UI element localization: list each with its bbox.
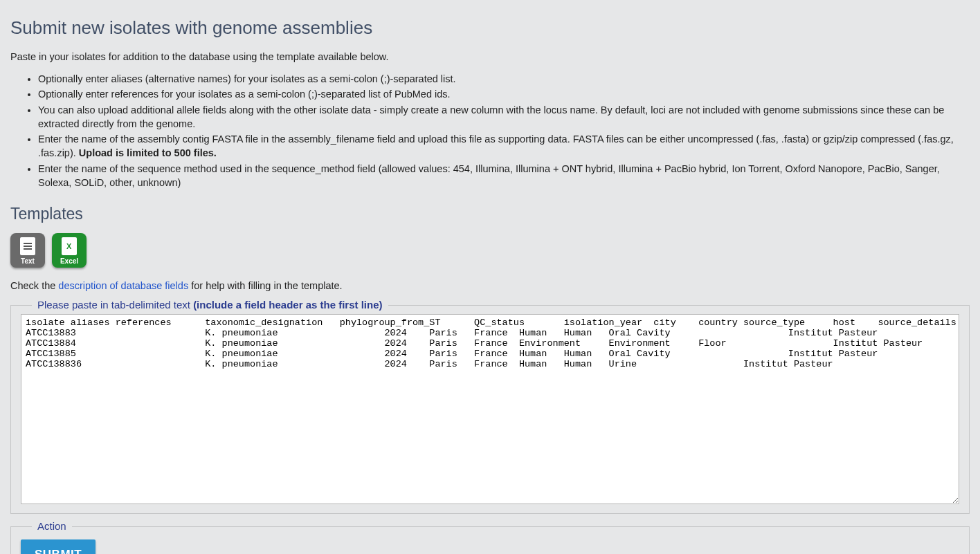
description-fields-link[interactable]: description of database fields — [58, 280, 188, 291]
instruction-item: Enter the name of the sequence method us… — [38, 162, 970, 190]
page-title: Submit new isolates with genome assembli… — [10, 17, 970, 39]
text-template-button[interactable]: Text — [10, 233, 45, 268]
intro-text: Paste in your isolates for addition to t… — [10, 51, 970, 62]
excel-icon-label: Excel — [60, 257, 78, 265]
templates-heading: Templates — [10, 205, 970, 223]
help-line: Check the description of database fields… — [10, 280, 970, 291]
instruction-item: You can also upload additional allele fi… — [38, 103, 970, 131]
submit-button[interactable]: SUBMIT — [21, 539, 96, 554]
help-prefix: Check the — [10, 280, 58, 291]
instructions-list: Optionally enter aliases (alternative na… — [10, 72, 970, 190]
template-icons: Text X Excel — [10, 233, 970, 268]
help-suffix: for help with filling in the template. — [188, 280, 342, 291]
action-fieldset: Action SUBMIT — [10, 526, 970, 554]
paste-legend-prefix: Please paste in tab-delimited text — [37, 299, 193, 311]
paste-textarea[interactable] — [21, 314, 959, 504]
instruction-item: Enter the name of the assembly contig FA… — [38, 132, 970, 160]
excel-template-button[interactable]: X Excel — [52, 233, 87, 268]
paste-legend-bold: (include a field header as the first lin… — [193, 299, 382, 311]
instruction-item: Optionally enter references for your iso… — [38, 87, 970, 101]
paste-fieldset: Please paste in tab-delimited text (incl… — [10, 305, 970, 514]
svg-text:X: X — [66, 242, 72, 250]
paste-legend: Please paste in tab-delimited text (incl… — [32, 299, 388, 311]
instruction-item: Optionally enter aliases (alternative na… — [38, 72, 970, 86]
text-icon-label: Text — [21, 257, 35, 265]
action-legend: Action — [32, 520, 72, 532]
